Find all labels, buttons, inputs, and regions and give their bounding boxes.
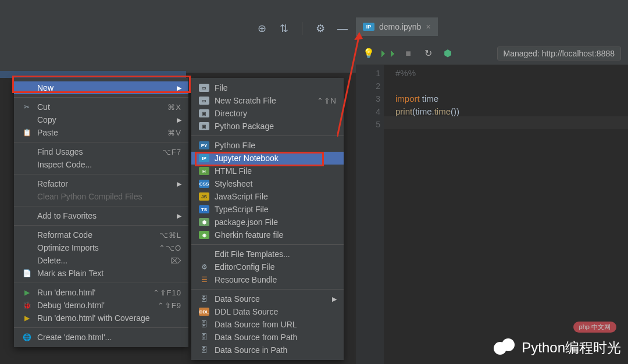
menu-find-usages[interactable]: Find Usages⌥F7	[14, 145, 188, 158]
code-editor[interactable]: 1 2 3 4 5 #%% import time print(time.tim…	[356, 65, 628, 364]
chevron-right-icon: ▶	[177, 212, 181, 220]
context-menu: New▶ ✂Cut⌘X Copy▶ 📋Paste⌘V Find Usages⌥F…	[14, 78, 188, 347]
menu-label: Paste	[37, 128, 58, 137]
ddl-icon: DDL	[199, 308, 209, 316]
menu-label: Data Source from Path	[215, 333, 297, 342]
menu-coverage[interactable]: ▶Run 'demo.html' with Coverage	[14, 312, 188, 324]
menu-reformat[interactable]: Reformat Code⌥⌘L	[14, 229, 188, 241]
gear-icon: ⚙	[198, 262, 210, 272]
new-scratch[interactable]: ▭New Scratch File⌃⇧N	[191, 94, 344, 107]
new-packagejson[interactable]: ⬢package.json File	[191, 216, 344, 229]
database-icon: 🗄	[198, 294, 210, 304]
menu-label: Copy	[37, 115, 56, 124]
chevron-right-icon: ▶	[177, 116, 181, 124]
new-python-file[interactable]: PYPython File	[191, 139, 344, 152]
menu-cut[interactable]: ✂Cut⌘X	[14, 101, 188, 113]
menu-clean-pyc: Clean Python Compiled Files	[14, 190, 188, 203]
new-ts-file[interactable]: TSTypeScript File	[191, 203, 344, 216]
gear-icon[interactable]: ⚙	[314, 22, 327, 35]
step-icon[interactable]: ⇅	[277, 22, 290, 35]
menu-refactor[interactable]: Refactor▶	[14, 177, 188, 190]
wechat-icon	[494, 338, 518, 357]
func-name: print	[395, 106, 412, 116]
managed-server[interactable]: Managed: http://localhost:8888	[497, 47, 621, 60]
shortcut: ⌃⇧F10	[153, 288, 181, 297]
annotation-arrow	[337, 32, 372, 137]
call-parens: ()	[451, 106, 456, 116]
menu-label: Directory	[215, 109, 247, 118]
menu-label: TypeScript File	[215, 205, 269, 214]
new-js-file[interactable]: JSJavaScript File	[191, 190, 344, 203]
menu-label: Add to Favorites	[37, 211, 97, 220]
menu-label: HTML File	[215, 166, 252, 176]
database-icon: 🗄	[198, 333, 210, 342]
shortcut: ⌃⇧F9	[158, 301, 181, 310]
restart-icon[interactable]: ↻	[422, 48, 434, 59]
new-ds-url[interactable]: 🗄Data Source from URL	[191, 318, 344, 331]
php-watermark: php 中文网	[573, 322, 616, 333]
new-directory[interactable]: ▣Directory	[191, 107, 344, 120]
new-stylesheet[interactable]: CSSStylesheet	[191, 177, 344, 190]
menu-plain-text[interactable]: 📄Mark as Plain Text	[14, 267, 188, 280]
menu-label: Data Source in Path	[215, 345, 287, 355]
menu-label: Python File	[215, 141, 255, 150]
cell-marker: #%%	[395, 68, 416, 78]
new-pypackage[interactable]: ▣Python Package	[191, 120, 344, 133]
menu-optimize[interactable]: Optimize Imports⌃⌥O	[14, 241, 188, 254]
close-icon[interactable]: ×	[426, 22, 430, 31]
menu-label: Stylesheet	[215, 179, 252, 188]
module-name: time	[420, 94, 439, 104]
menu-add-favorites[interactable]: Add to Favorites▶	[14, 209, 188, 222]
database-icon: 🗄	[198, 345, 210, 355]
new-edit-templates[interactable]: Edit File Templates...	[191, 248, 344, 260]
new-editorconfig[interactable]: ⚙EditorConfig File	[191, 260, 344, 273]
ident: time	[415, 106, 431, 116]
new-resource-bundle[interactable]: ☰Resource Bundle	[191, 273, 344, 286]
ident: time	[434, 106, 451, 116]
new-file[interactable]: ▭File	[191, 81, 344, 94]
menu-label: Cut	[37, 102, 50, 112]
menu-label: Refactor	[37, 179, 68, 188]
menu-label: DDL Data Source	[215, 307, 278, 316]
gherkin-icon: ◉	[199, 231, 209, 239]
globe-icon: 🌐	[21, 333, 33, 342]
menu-run[interactable]: ▶Run 'demo.html'⌃⇧F10	[14, 286, 188, 299]
database-icon: 🗄	[198, 320, 210, 329]
new-ds-inpath[interactable]: 🗄Data Source in Path	[191, 344, 344, 356]
new-ds-frompath[interactable]: 🗄Data Source from Path	[191, 331, 344, 344]
new-html-file[interactable]: HHTML File	[191, 165, 344, 177]
crosshair-icon[interactable]: ⊕	[255, 22, 268, 35]
shortcut: ⌃⌥O	[159, 244, 181, 252]
menu-inspect[interactable]: Inspect Code...	[14, 158, 188, 171]
shortcut: ⌥F7	[162, 148, 181, 156]
menu-copy[interactable]: Copy▶	[14, 113, 188, 126]
package-icon[interactable]: ⬢	[442, 48, 454, 59]
wechat-watermark: Python编程时光	[494, 338, 621, 357]
menu-label: Clean Python Compiled Files	[37, 192, 142, 201]
stop-icon[interactable]: ■	[402, 48, 414, 59]
menu-separator	[14, 97, 188, 98]
bundle-icon: ☰	[198, 275, 210, 284]
menu-label: Mark as Plain Text	[37, 269, 104, 278]
code-content[interactable]: #%% import time print(time.time())	[395, 67, 628, 118]
run-all-icon[interactable]: ⏵⏵	[383, 48, 394, 59]
menu-label: Find Usages	[37, 147, 83, 156]
menu-separator	[14, 206, 188, 206]
menu-separator	[14, 283, 188, 283]
menu-paste[interactable]: 📋Paste⌘V	[14, 126, 188, 139]
new-datasource[interactable]: 🗄Data Source▶	[191, 292, 344, 305]
menu-delete[interactable]: Delete...⌦	[14, 254, 188, 267]
menu-label: File	[215, 83, 228, 92]
ts-icon: TS	[199, 205, 209, 213]
menu-label: Edit File Templates...	[215, 249, 290, 259]
menu-label: Run 'demo.html' with Coverage	[37, 313, 150, 323]
new-ddl[interactable]: DDLDDL Data Source	[191, 305, 344, 318]
shortcut: ⌥⌘L	[159, 231, 181, 240]
menu-label: Optimize Imports	[37, 243, 99, 252]
node-icon: ⬢	[199, 218, 209, 226]
keyword: import	[395, 94, 420, 104]
new-gherkin[interactable]: ◉Gherkin feature file	[191, 229, 344, 241]
menu-create[interactable]: 🌐Create 'demo.html'...	[14, 331, 188, 344]
menu-label: Reformat Code	[37, 230, 92, 240]
menu-debug[interactable]: 🐞Debug 'demo.html'⌃⇧F9	[14, 299, 188, 312]
